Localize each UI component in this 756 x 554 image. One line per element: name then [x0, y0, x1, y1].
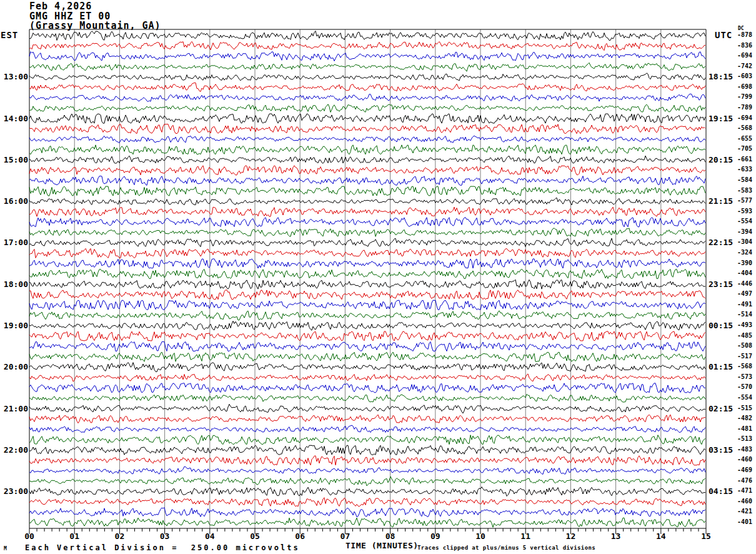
dc-value-label: -705: [737, 146, 752, 153]
seismogram-trace: [29, 498, 705, 506]
utc-time-label: 01:15: [709, 363, 733, 371]
x-tick-label: 10: [472, 532, 489, 541]
seismogram-trace: [29, 415, 705, 423]
seismogram-trace: [29, 52, 705, 61]
seismogram-trace: [29, 198, 705, 205]
dc-value-label: -661: [737, 156, 752, 163]
utc-time-label: 04:15: [709, 487, 733, 496]
est-time-label: 17:00: [0, 238, 28, 247]
dc-value-label: -568: [737, 125, 752, 132]
seismogram-trace: [29, 300, 705, 310]
x-tick-label: 03: [156, 532, 174, 541]
seismogram-trace: [29, 518, 705, 527]
x-tick-label: 02: [111, 532, 128, 541]
dc-value-label: -460: [737, 456, 752, 463]
utc-time-label: 00:15: [709, 321, 733, 330]
x-axis-title: TIME (MINUTES): [346, 541, 419, 550]
seismogram-trace: [29, 445, 705, 455]
dc-value-label: -799: [737, 94, 752, 101]
est-time-label: 23:00: [0, 487, 28, 496]
dc-value-label: -583: [737, 188, 752, 194]
dc-value-label: -394: [737, 229, 752, 236]
seismogram-trace: [29, 176, 705, 186]
dc-value-label: -304: [737, 239, 752, 246]
dc-value-label: -471: [737, 488, 752, 495]
est-time-label: 20:00: [0, 363, 28, 371]
seismogram-trace: [29, 145, 705, 154]
utc-time-label: 22:15: [709, 238, 733, 247]
seismogram-trace: [29, 42, 705, 51]
seismogram-trace: [29, 238, 705, 247]
seismogram-trace: [29, 218, 705, 227]
dc-value-label: -324: [737, 249, 752, 256]
clip-note: Traces clipped at plus/minus 5 vertical …: [417, 545, 595, 551]
dc-value-label: -460: [737, 498, 752, 505]
dc-value-label: -497: [737, 291, 752, 298]
seismogram-trace: [29, 228, 705, 237]
seismogram-trace: [29, 156, 705, 163]
seismogram-trace: [29, 280, 705, 289]
seismogram-trace: [29, 104, 705, 113]
dc-value-label: -836: [737, 43, 752, 49]
dc-value-label: -577: [737, 198, 752, 204]
dc-value-label: -493: [737, 322, 752, 329]
utc-time-label: 19:15: [709, 114, 733, 123]
seismogram-trace: [29, 476, 705, 486]
seismogram-trace: [29, 435, 705, 445]
seismogram-trace: [29, 363, 705, 372]
seismogram-trace: [29, 207, 705, 216]
seismogram-trace: [29, 124, 705, 134]
dc-value-label: -698: [737, 84, 752, 91]
seismogram-trace: [29, 94, 705, 102]
dc-value-label: -483: [737, 446, 752, 453]
seismogram-trace: [29, 394, 705, 402]
utc-time-label: 03:15: [709, 446, 733, 455]
seismogram-trace: [29, 31, 705, 41]
helicorder-page: Feb 4,2026 GMG HHZ ET 00 (Grassy Mountai…: [0, 0, 756, 554]
dc-value-label: -584: [737, 177, 752, 184]
x-tick-label: 07: [336, 532, 354, 541]
dc-value-label: -469: [737, 467, 752, 474]
utc-time-label: 21:15: [709, 197, 733, 206]
seismogram-trace: [29, 425, 705, 432]
dc-value-label: -491: [737, 301, 752, 308]
x-tick-label: 09: [427, 532, 444, 541]
seismogram-trace: [29, 456, 705, 465]
x-tick-label: 14: [652, 532, 670, 541]
dc-value-label: -482: [737, 415, 752, 422]
watermark-mark: M: [4, 546, 7, 551]
x-tick-label: 00: [21, 532, 38, 541]
utc-time-label: 23:15: [709, 280, 733, 289]
helicorder-plot: [0, 0, 756, 554]
dc-value-label: -517: [737, 353, 752, 360]
dc-value-label: -401: [737, 519, 752, 526]
seismogram-trace: [29, 508, 705, 517]
seismogram-trace: [29, 83, 705, 91]
seismogram-trace: [29, 186, 705, 196]
dc-value-label: -513: [737, 436, 752, 443]
est-time-label: 19:00: [0, 321, 28, 330]
seismogram-trace: [29, 466, 705, 474]
est-time-label: 21:00: [0, 405, 28, 413]
dc-value-label: -655: [737, 136, 752, 143]
x-tick-label: 15: [697, 532, 715, 541]
seismogram-trace: [29, 73, 705, 81]
seismogram-trace: [29, 136, 705, 143]
x-tick-label: 11: [517, 532, 534, 541]
dc-value-label: -514: [737, 311, 752, 318]
est-time-label: 15:00: [0, 156, 28, 164]
seismogram-trace: [29, 331, 705, 341]
est-time-label: 18:00: [0, 280, 28, 289]
dc-value-label: -694: [737, 53, 752, 59]
dc-value-label: -568: [737, 363, 752, 370]
dc-value-label: -404: [737, 270, 752, 277]
dc-value-label: -570: [737, 384, 752, 391]
x-tick-label: 13: [607, 532, 625, 541]
seismogram-trace: [29, 311, 705, 320]
seismogram-trace: [29, 321, 705, 331]
seismogram-trace: [29, 269, 705, 279]
dc-value-label: -789: [737, 104, 752, 111]
seismogram-trace: [29, 487, 705, 496]
dc-value-label: -633: [737, 166, 752, 173]
x-tick-label: 12: [562, 532, 579, 541]
